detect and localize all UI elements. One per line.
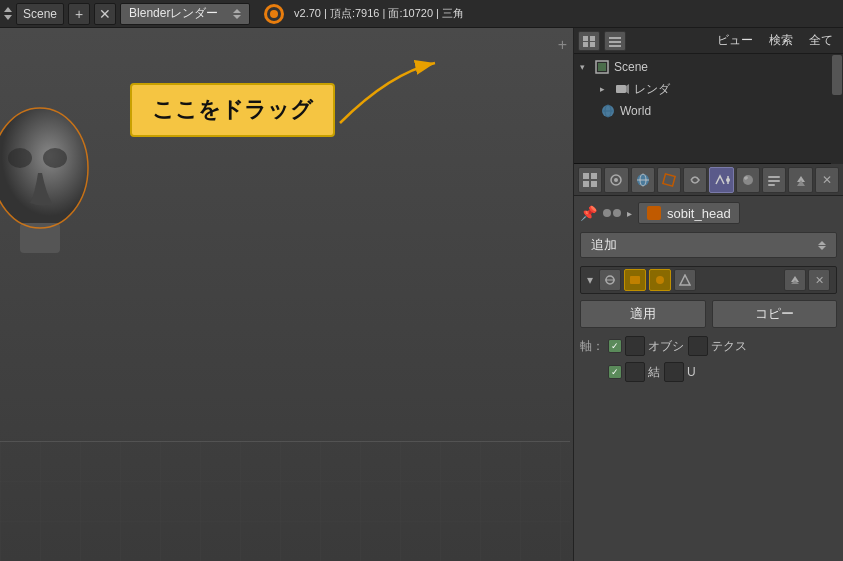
right-panel: ビュー 検索 全て ▾ Scene: [573, 28, 843, 561]
modifier-action-icons: ✕: [784, 269, 830, 291]
object-name-box[interactable]: sobit_head: [638, 202, 740, 224]
mod-icon-4[interactable]: [674, 269, 696, 291]
mod-delete-icon[interactable]: ✕: [808, 269, 830, 291]
svg-rect-39: [768, 176, 780, 178]
material-properties-icon[interactable]: [736, 167, 760, 193]
outliner-icon-1[interactable]: [578, 31, 600, 51]
pin-icon[interactable]: 📌: [580, 205, 597, 221]
svg-point-8: [8, 148, 32, 168]
mod-icon-1[interactable]: [599, 269, 621, 291]
object-properties-icon[interactable]: [657, 167, 681, 193]
modifier-toggle[interactable]: ▾: [587, 273, 593, 287]
svg-point-30: [614, 178, 618, 182]
version-info: v2.70 | 頂点:7916 | 面:10720 | 三角: [294, 6, 464, 21]
scene-icon: [594, 59, 610, 75]
properties-scroll-up[interactable]: [788, 167, 812, 193]
dropdown-arrow-up: [233, 9, 241, 13]
axis-label: 軸：: [580, 338, 600, 355]
svg-rect-16: [609, 41, 621, 43]
arrow-up-icon: [4, 7, 12, 12]
object-header: 📌 ▸ sobit_head: [580, 202, 837, 224]
outliner-scrollbar[interactable]: [831, 54, 843, 164]
world-properties-icon[interactable]: [631, 167, 655, 193]
axis-sub-checkbox-1[interactable]: [608, 365, 622, 379]
svg-rect-13: [583, 42, 588, 47]
tree-item-world[interactable]: World: [574, 100, 843, 122]
axis-sub-dot-1[interactable]: [625, 362, 645, 382]
svg-point-36: [726, 178, 730, 182]
outliner-header: ビュー 検索 全て: [574, 28, 843, 54]
data-properties-icon[interactable]: [762, 167, 786, 193]
scene-selector: Scene + ✕: [4, 3, 116, 25]
properties-close[interactable]: ✕: [815, 167, 839, 193]
scene-properties-icon[interactable]: [604, 167, 628, 193]
outliner-icon-2[interactable]: [604, 31, 626, 51]
properties-icons-bar: ✕: [574, 164, 843, 196]
render-properties-icon[interactable]: [578, 167, 602, 193]
copy-button[interactable]: コピー: [712, 300, 838, 328]
constraint-properties-icon[interactable]: [683, 167, 707, 193]
axis-color-dot-1[interactable]: [625, 336, 645, 356]
dropdown-arrow-down: [233, 15, 241, 19]
axis-checkbox-1[interactable]: [608, 339, 622, 353]
view-button[interactable]: ビュー: [711, 31, 759, 51]
axis-row-1: 軸： オブシ テクス: [580, 336, 837, 356]
all-button[interactable]: 全て: [803, 31, 839, 51]
mod-move-up-icon[interactable]: [784, 269, 806, 291]
mod-icon-3[interactable]: [649, 269, 671, 291]
axis-sub-label-1: 結: [648, 364, 660, 381]
modifier-properties-icon[interactable]: [709, 167, 733, 193]
axis-sub-label-2: U: [687, 365, 696, 379]
tree-item-scene[interactable]: ▾ Scene: [574, 56, 843, 78]
close-scene-button[interactable]: ✕: [94, 3, 116, 25]
apply-button[interactable]: 適用: [580, 300, 706, 328]
grid-floor: [0, 441, 570, 561]
svg-rect-46: [630, 276, 640, 284]
outliner-scrollbar-thumb[interactable]: [832, 55, 842, 95]
svg-rect-17: [609, 45, 621, 47]
tooltip-text: ここをドラッグ: [152, 97, 313, 122]
search-button[interactable]: 検索: [763, 31, 799, 51]
render-engine-label: Blenderレンダー: [129, 5, 218, 22]
svg-marker-21: [626, 84, 629, 94]
tree-item-render[interactable]: ▸ レンダ: [574, 78, 843, 100]
add-modifier-button[interactable]: 追加: [580, 232, 837, 258]
add-arrow-down: [818, 246, 826, 250]
axis-options: オブシ テクス: [608, 336, 747, 356]
render-engine-dropdown[interactable]: Blenderレンダー: [120, 3, 250, 25]
axis-sub-option-2: U: [664, 362, 696, 382]
axis-sub-dot-2[interactable]: [664, 362, 684, 382]
axis-option-texs: テクス: [688, 336, 747, 356]
outliner-tree-wrap: ▾ Scene ▸ レンダ: [574, 54, 843, 164]
axis-label-texs: テクス: [711, 338, 747, 355]
delete-x: ✕: [815, 274, 824, 287]
tree-collapse-icon: ▾: [580, 62, 590, 72]
axis-color-dot-2[interactable]: [688, 336, 708, 356]
svg-rect-14: [590, 42, 595, 47]
tree-render-label: レンダ: [634, 81, 670, 98]
svg-rect-25: [583, 173, 589, 179]
dot-1: [603, 209, 611, 217]
camera-icon: [614, 81, 630, 97]
add-btn-arrows: [818, 241, 826, 250]
svg-rect-19: [598, 63, 606, 71]
mod-icon-2[interactable]: [624, 269, 646, 291]
svg-point-47: [656, 276, 664, 284]
close-x-icon: ✕: [822, 173, 832, 187]
svg-rect-40: [768, 180, 780, 182]
viewport-background: ここをドラッグ +: [0, 28, 573, 561]
world-icon: [600, 103, 616, 119]
tree-render-expand-icon: ▸: [600, 84, 610, 94]
svg-rect-26: [591, 173, 597, 179]
modifier-stack-row: ▾: [580, 266, 837, 294]
svg-point-37: [743, 175, 753, 185]
object-cube-icon: [647, 206, 661, 220]
add-scene-button[interactable]: +: [68, 3, 90, 25]
viewport-plus-icon[interactable]: +: [558, 36, 567, 54]
svg-rect-41: [768, 184, 775, 186]
apply-copy-row: 適用 コピー: [580, 300, 837, 328]
scene-arrows[interactable]: [4, 6, 12, 22]
tooltip-box: ここをドラッグ: [130, 83, 335, 137]
viewport[interactable]: ここをドラッグ +: [0, 28, 573, 561]
scene-widget[interactable]: Scene: [16, 3, 64, 25]
